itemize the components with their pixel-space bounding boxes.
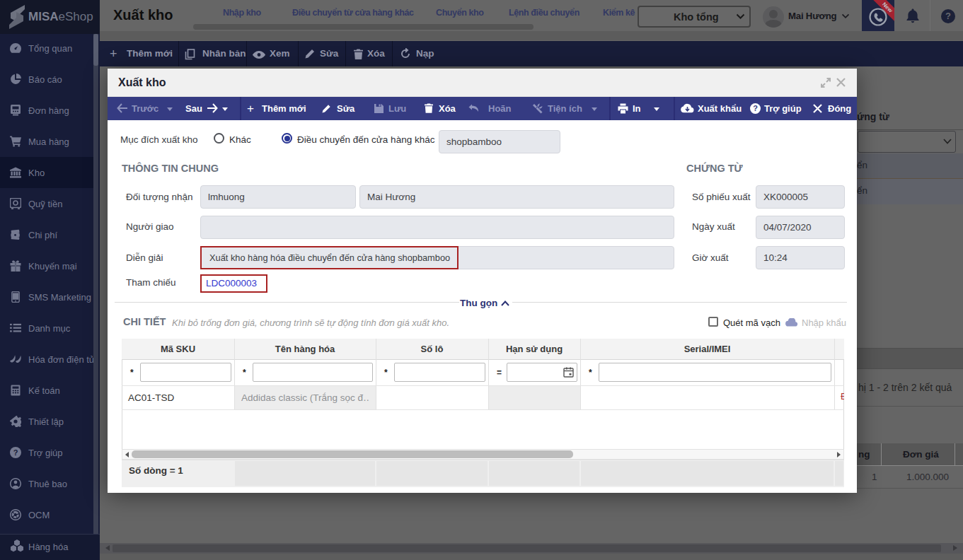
svg-text:?: ? [13, 448, 18, 457]
